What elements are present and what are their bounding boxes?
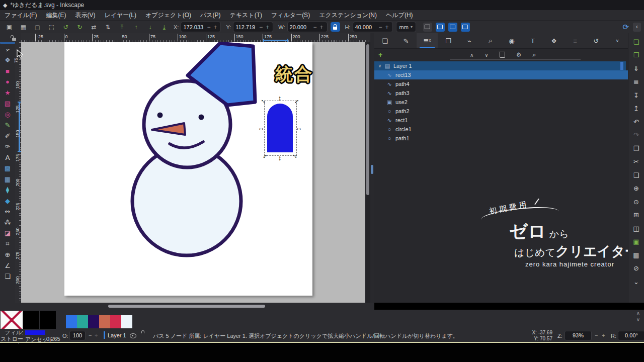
opacity-input[interactable]: 100 <box>69 331 86 340</box>
object-row-path2[interactable]: ○path2 <box>374 107 637 116</box>
scale-patterns-toggle[interactable] <box>461 23 470 32</box>
menu-item-フィルター(S)[interactable]: フィルター(S) <box>267 10 314 20</box>
palette-scroll-up[interactable]: ∧ <box>636 310 640 316</box>
zoom-page-button zoom-page-icon[interactable]: ⊞ <box>628 209 644 222</box>
panel-resize-grip[interactable] <box>370 33 374 303</box>
palette-swatch-#250b5b[interactable] <box>88 315 99 328</box>
guide-lock-icon[interactable] <box>12 38 16 41</box>
object-row-rect1[interactable]: ∿rect1 <box>374 116 637 125</box>
chevron-down-icon[interactable]: ∨ <box>376 63 383 68</box>
lower-button[interactable]: ↓ <box>146 23 154 32</box>
palette-swatch-#c86950[interactable] <box>99 315 110 328</box>
undo-button undo-icon[interactable]: ↶ <box>628 115 644 129</box>
rotate-ccw-button[interactable]: ↺ <box>61 23 70 32</box>
menu-item-テキスト(T)[interactable]: テキスト(T) <box>225 10 267 20</box>
scale-handle-e[interactable]: ↔ <box>295 124 302 131</box>
canvas[interactable]: 統合 ↔ ↕ ↔ ↔ ↔ ↔ ↕ ↔ <box>21 42 365 303</box>
palette-swatch-black[interactable] <box>23 311 40 329</box>
box3d-tool[interactable]: ▧ <box>0 98 15 109</box>
palette-swatch-#2e74e8[interactable] <box>66 315 77 328</box>
select-all-layers-button[interactable]: ▦ <box>19 23 28 32</box>
zoom-minus-button[interactable]: − <box>595 332 598 338</box>
connector-tool[interactable]: ⌗ <box>0 239 15 250</box>
object-label[interactable]: path2 <box>395 108 410 114</box>
rotation-input[interactable]: 0.00° <box>618 331 644 340</box>
horizontal-scrollbar[interactable] <box>0 303 374 310</box>
duplicate-button duplicate-icon[interactable]: ▣ <box>628 235 644 249</box>
stroke-width-value[interactable]: 0.265 <box>46 336 60 342</box>
object-label[interactable]: rect1 <box>395 117 408 123</box>
menu-item-ファイル(F)[interactable]: ファイル(F) <box>0 10 41 20</box>
zoom-plus-button[interactable]: + <box>602 332 605 338</box>
tab-text-and-font[interactable]: T <box>522 33 543 48</box>
select-all-button[interactable]: ▣ <box>5 23 14 32</box>
object-label[interactable]: rect13 <box>395 72 411 78</box>
pencil-tool[interactable]: ✎ <box>0 120 15 131</box>
x-minus-button[interactable]: − <box>205 24 212 31</box>
menu-item-オブジェクト(O)[interactable]: オブジェクト(O) <box>141 10 196 20</box>
paste-button paste-icon[interactable]: ❑ <box>628 168 644 182</box>
text-tool[interactable]: A <box>0 152 15 163</box>
object-row-circle1[interactable]: ○circle1 <box>374 125 637 134</box>
palette-swatch-#edf5fb[interactable] <box>121 315 132 328</box>
zoom-tool[interactable]: ⊕ <box>0 249 15 260</box>
tab-undo-history[interactable]: ↺ <box>586 33 607 48</box>
y-value[interactable]: 112.719 <box>235 24 258 30</box>
unlink-clone-button unlink-clone-icon[interactable]: ⊘ <box>628 262 644 276</box>
height-plus-button[interactable]: + <box>384 24 390 31</box>
object-label[interactable]: path4 <box>395 81 410 87</box>
gradient-tool[interactable]: ▩ <box>0 163 15 174</box>
object-row-rect13[interactable]: ∿rect13 <box>374 70 637 79</box>
zoom-selection-button zoom-selection-icon[interactable]: ⊕ <box>628 182 644 196</box>
settings-gear-icon[interactable]: ⚙ <box>516 51 522 58</box>
star-tool[interactable]: ★ <box>0 87 15 99</box>
palette-swatch-#29a79a[interactable] <box>77 315 88 328</box>
object-row-path3[interactable]: ∿path3 <box>374 88 637 98</box>
measure-tool[interactable]: ∠ <box>0 260 15 272</box>
deselect-button[interactable]: ▢ <box>33 23 42 32</box>
flip-horizontal-button[interactable]: ⇄ <box>90 23 98 32</box>
scale-handle-w[interactable]: ↔ <box>258 124 265 131</box>
search-entry-underline[interactable] <box>450 59 581 60</box>
zoom-input[interactable]: 93% <box>565 331 592 340</box>
x-plus-button[interactable]: + <box>212 24 218 31</box>
raise-button[interactable]: ↑ <box>132 23 140 32</box>
search-objects-icon[interactable]: ⌕ <box>532 51 536 58</box>
add-layer-button[interactable]: + <box>378 51 382 59</box>
tab-objects-edit[interactable]: ✎ <box>395 33 417 48</box>
move-down-button[interactable]: ∨ <box>485 52 488 58</box>
spiral-tool[interactable]: ◎ <box>0 109 15 120</box>
palette-swatch-#d32b4e[interactable] <box>110 315 121 328</box>
select-touching-button[interactable]: ⬚ <box>47 23 56 32</box>
pages-tool[interactable]: ❏ <box>0 271 15 282</box>
scale-gradients-toggle[interactable] <box>448 23 457 32</box>
tweak-tool[interactable]: ↭ <box>0 206 15 217</box>
rectangle-tool[interactable]: ■ <box>0 66 15 77</box>
new-document-button new-document-icon[interactable]: ❏ <box>628 35 644 49</box>
tab-layers-objects[interactable]: ≣ˣ <box>417 33 438 48</box>
save-document-button save-document-icon[interactable]: ⇓ <box>628 62 644 75</box>
more-commands-button more-commands-icon[interactable]: ⌄ <box>628 275 644 289</box>
open-document-button open-document-icon[interactable]: ❒ <box>628 49 644 62</box>
menu-item-表示(V)[interactable]: 表示(V) <box>70 10 100 20</box>
object-label[interactable]: path3 <box>395 90 410 96</box>
raise-to-top-button[interactable]: ⤒ <box>118 23 126 32</box>
calligraphy-tool[interactable]: ✑ <box>0 141 15 152</box>
tab-paint-servers[interactable]: ◉ <box>501 33 522 48</box>
layer-name[interactable]: Layer 1 <box>393 63 412 69</box>
menu-item-レイヤー(L)[interactable]: レイヤー(L) <box>100 10 141 20</box>
node-tool[interactable]: ➢ <box>0 44 15 55</box>
y-input[interactable]: 112.719 − + <box>233 22 273 32</box>
lower-to-bottom-button[interactable]: ⤓ <box>160 23 169 32</box>
scale-stroke-width-toggle[interactable] <box>423 23 432 32</box>
opacity-minus-button[interactable]: − <box>89 332 92 338</box>
tab-document-properties[interactable]: ❏ <box>374 33 395 48</box>
copy-button copy-icon[interactable]: ❐ <box>628 142 644 155</box>
eraser-tool[interactable]: ◪ <box>0 228 15 239</box>
horizontal-ruler[interactable]: -250255075100125150175200225250 <box>21 33 370 43</box>
redo-button redo-icon[interactable]: ↷ <box>628 129 644 142</box>
tab-find-replace[interactable]: ⌕ <box>480 33 501 48</box>
create-clone-button create-clone-icon[interactable]: ▦ <box>628 248 644 262</box>
scale-handle-s[interactable]: ↕ <box>278 154 282 161</box>
tab-align-distribute[interactable]: ≡ <box>565 33 586 48</box>
